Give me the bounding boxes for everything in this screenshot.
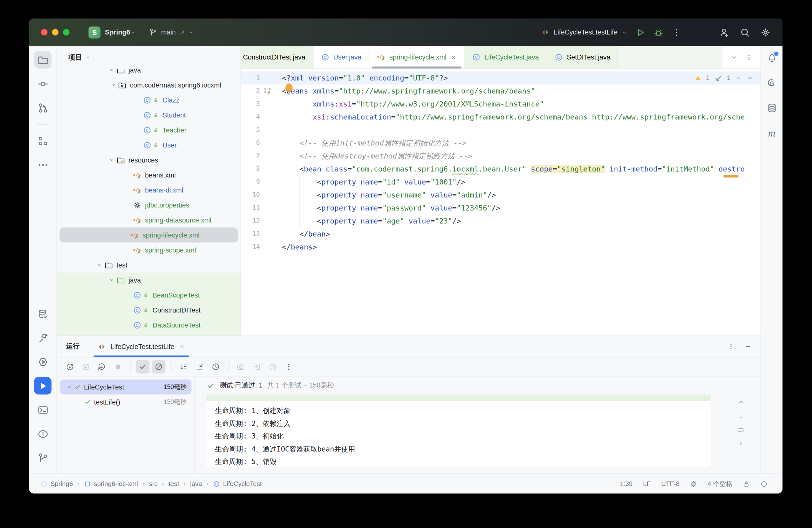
- breadcrumb-item[interactable]: test: [169, 480, 179, 487]
- rerun-failed-button[interactable]: [79, 360, 92, 373]
- chevron-down-icon[interactable]: [108, 82, 118, 88]
- rerun-button[interactable]: [63, 360, 76, 373]
- show-coverage-button[interactable]: [266, 360, 279, 373]
- hide-run-panel-button[interactable]: [744, 343, 752, 350]
- ai-assistant-button[interactable]: [767, 78, 777, 90]
- tree-row[interactable]: CBeanScopeTest: [57, 288, 241, 303]
- breadcrumb-item[interactable]: Spring6: [41, 480, 73, 487]
- tree-row[interactable]: </>beans-di.xml: [57, 182, 241, 197]
- notifications-button[interactable]: [767, 53, 777, 65]
- editor-tab[interactable]: </>spring-lifecycle.xml: [369, 46, 464, 69]
- line-separator[interactable]: LF: [643, 480, 651, 487]
- code-with-me-button[interactable]: [720, 27, 729, 37]
- run-config-selector[interactable]: LifeCycleTest.testLife: [541, 28, 627, 36]
- import-test-results-button[interactable]: [250, 360, 263, 373]
- services-tool-button[interactable]: [34, 353, 52, 370]
- indent-setting[interactable]: 4 个空格: [708, 479, 733, 488]
- inspections-widget[interactable]: 1 1: [695, 72, 754, 85]
- breadcrumb-item[interactable]: src: [149, 480, 158, 487]
- scroll-down-button[interactable]: [738, 413, 744, 420]
- chevron-down-icon[interactable]: [65, 384, 74, 390]
- caret-position[interactable]: 1:39: [620, 480, 633, 487]
- commit-tool-button[interactable]: [34, 75, 52, 92]
- problems-indicator-icon[interactable]: [760, 480, 768, 487]
- project-panel-header[interactable]: 项目: [57, 46, 241, 69]
- run-button[interactable]: [636, 27, 646, 37]
- stop-button[interactable]: [111, 360, 125, 373]
- screenshot-button[interactable]: [234, 360, 247, 373]
- chevron-down-icon[interactable]: [107, 69, 116, 73]
- tree-row[interactable]: </>beans.xml: [57, 167, 241, 182]
- run-tool-button[interactable]: [34, 377, 52, 395]
- tree-row[interactable]: CDataSourceTest: [57, 318, 241, 333]
- tree-row[interactable]: CStudent: [57, 107, 241, 122]
- tree-row[interactable]: CUser: [57, 137, 241, 152]
- collapse-all-button[interactable]: [193, 360, 206, 373]
- toggle-auto-test-button[interactable]: [95, 360, 108, 373]
- run-tool-window-title[interactable]: 运行: [66, 342, 79, 351]
- chevron-down-icon[interactable]: [107, 157, 116, 163]
- project-name[interactable]: Spring6: [105, 29, 130, 36]
- search-everywhere-button[interactable]: [740, 27, 750, 37]
- editor[interactable]: 1<?xml version="1.0" encoding="UTF-8"?>2…: [241, 69, 760, 336]
- editor-options-button[interactable]: [745, 54, 753, 61]
- writable-toggle-icon[interactable]: [743, 480, 750, 487]
- tree-row[interactable]: CConstructDITest: [57, 303, 241, 318]
- chevron-down-icon[interactable]: [107, 277, 116, 283]
- test-tree-row[interactable]: LifeCycleTest150毫秒: [60, 380, 191, 395]
- tree-row[interactable]: </>spring-lifecycle.xml: [59, 228, 238, 243]
- more-actions-button[interactable]: [671, 27, 682, 37]
- maven-tool-button[interactable]: m: [768, 128, 775, 138]
- run-panel-options-button[interactable]: [727, 343, 735, 350]
- code-pane[interactable]: 1<?xml version="1.0" encoding="UTF-8"?>2…: [241, 69, 760, 336]
- scroll-up-button[interactable]: [738, 399, 744, 407]
- tree-row[interactable]: java: [57, 69, 241, 77]
- close-window-button[interactable]: [41, 29, 47, 35]
- show-passed-button[interactable]: [136, 360, 149, 373]
- intention-bulb-icon[interactable]: [285, 84, 292, 91]
- tree-row[interactable]: CTeacher: [57, 122, 241, 137]
- tree-row[interactable]: resources: [57, 152, 241, 167]
- breadcrumb-item[interactable]: CLifeCycleTest: [213, 480, 262, 487]
- project-chevron-icon[interactable]: [130, 29, 136, 35]
- spring-bean-gutter-icon[interactable]: [260, 85, 275, 98]
- tree-row[interactable]: </>spring-datasource.xml: [57, 212, 241, 228]
- project-tool-button[interactable]: [34, 51, 52, 69]
- tree-row[interactable]: java: [57, 273, 241, 288]
- tree-row[interactable]: CClazz: [57, 92, 241, 107]
- branch-widget[interactable]: main ↗: [149, 28, 194, 36]
- hidden-tabs-button[interactable]: [730, 54, 738, 61]
- editor-tab[interactable]: CSetDITest.java: [547, 46, 618, 69]
- soft-wrap-button[interactable]: [738, 426, 744, 434]
- editor-tab[interactable]: CConstructDITest.java: [241, 46, 313, 69]
- problems-tool-button[interactable]: [34, 425, 52, 442]
- sort-by-duration-button[interactable]: [177, 360, 190, 373]
- tree-row[interactable]: jdbc.properties: [57, 197, 241, 212]
- tree-row[interactable]: com.codermast.spring6.iocxml: [57, 77, 241, 92]
- persistence-tool-button[interactable]: [34, 305, 52, 323]
- editor-tab[interactable]: CLifeCycleTest.java: [464, 46, 547, 69]
- test-console[interactable]: 生命周期: 1、创建对象生命周期: 2、依赖注入生命周期: 3、初始化生命周期:…: [206, 395, 710, 467]
- chevron-down-icon[interactable]: [95, 262, 104, 268]
- highlighting-level-icon[interactable]: [690, 480, 697, 487]
- more-tools-button[interactable]: [34, 156, 52, 174]
- pull-requests-tool-button[interactable]: [34, 99, 52, 117]
- build-tool-button[interactable]: [34, 329, 52, 347]
- file-encoding[interactable]: UTF-8: [661, 480, 680, 487]
- database-tool-button[interactable]: [767, 103, 777, 115]
- version-control-tool-button[interactable]: [34, 449, 52, 467]
- structure-tool-button[interactable]: [34, 132, 52, 149]
- breadcrumb-item[interactable]: spring6-ioc-xml: [84, 480, 138, 487]
- test-history-button[interactable]: [209, 360, 222, 373]
- terminal-tool-button[interactable]: [34, 401, 52, 419]
- test-more-options-button[interactable]: [282, 360, 295, 373]
- show-ignored-button[interactable]: [152, 360, 165, 373]
- prev-problem-icon[interactable]: [735, 74, 742, 82]
- minimize-window-button[interactable]: [52, 29, 58, 35]
- close-icon[interactable]: [450, 54, 456, 60]
- expand-console-button[interactable]: [738, 440, 744, 447]
- settings-button[interactable]: [760, 27, 770, 37]
- zoom-window-button[interactable]: [63, 29, 70, 35]
- console-output[interactable]: 生命周期: 1、创建对象生命周期: 2、依赖注入生命周期: 3、初始化生命周期:…: [206, 401, 710, 467]
- run-tab[interactable]: LifeCycleTest.testLife: [98, 336, 185, 357]
